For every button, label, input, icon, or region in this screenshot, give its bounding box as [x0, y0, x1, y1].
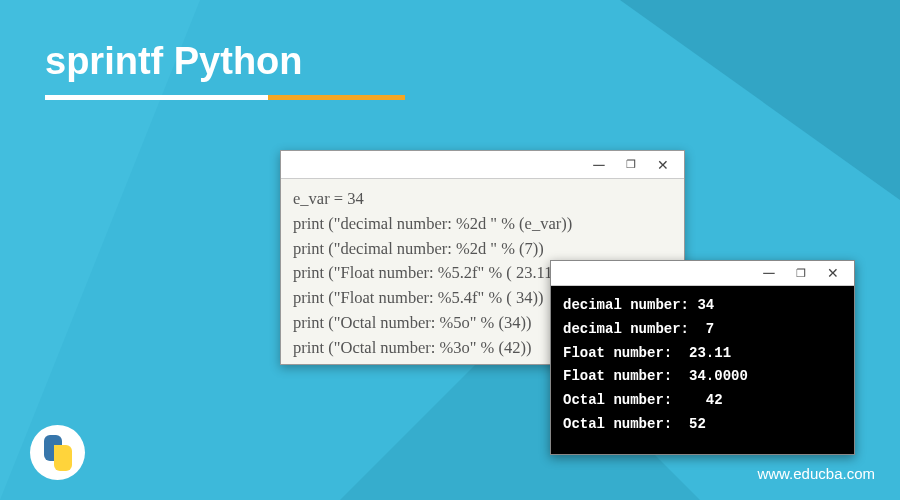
console-content: decimal number: 34 decimal number: 7 Flo…: [551, 286, 854, 454]
code-line: print ("Float number: %5.2f" % ( 23.11)): [293, 263, 563, 282]
close-icon[interactable]: ✕: [817, 262, 849, 284]
console-line: decimal number: 34: [563, 297, 714, 313]
code-line: print ("Octal number: %5o" % (34)): [293, 313, 531, 332]
code-line: print ("decimal number: %2d " % (7)): [293, 239, 544, 258]
window-titlebar: ─ ❐ ✕: [281, 151, 684, 179]
console-line: Octal number: 52: [563, 416, 706, 432]
minimize-icon[interactable]: ─: [753, 262, 785, 284]
console-output-window: ─ ❐ ✕ decimal number: 34 decimal number:…: [550, 260, 855, 455]
maximize-icon[interactable]: ❐: [785, 262, 817, 284]
code-line: e_var = 34: [293, 189, 364, 208]
code-line: print ("decimal number: %2d " % (e_var)): [293, 214, 572, 233]
minimize-icon[interactable]: ─: [583, 154, 615, 176]
code-line: print ("Float number: %5.4f" % ( 34)): [293, 288, 543, 307]
maximize-icon[interactable]: ❐: [615, 154, 647, 176]
title-underline: [45, 95, 405, 100]
console-line: Octal number: 42: [563, 392, 723, 408]
close-icon[interactable]: ✕: [647, 154, 679, 176]
page-title: sprintf Python: [45, 40, 303, 83]
code-line: print ("Octal number: %3o" % (42)): [293, 338, 531, 357]
python-logo-icon: [30, 425, 85, 480]
window-titlebar: ─ ❐ ✕: [551, 261, 854, 286]
footer-url: www.educba.com: [757, 465, 875, 482]
console-line: Float number: 34.0000: [563, 368, 748, 384]
console-line: Float number: 23.11: [563, 345, 731, 361]
console-line: decimal number: 7: [563, 321, 714, 337]
